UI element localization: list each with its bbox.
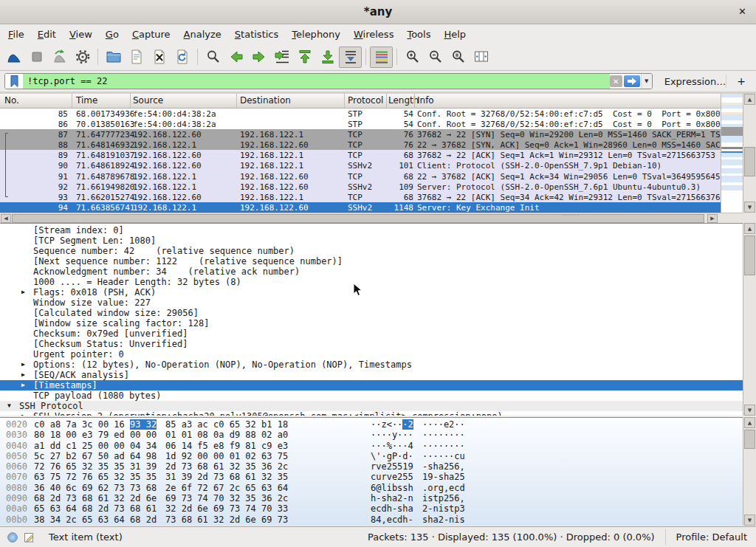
scroll-down-icon[interactable]: ▼ xyxy=(744,405,755,416)
packet-row-93[interactable]: 9371.662015274192.168.122.60192.168.122.… xyxy=(0,192,721,202)
hex-bytes[interactable]: 69 73 74 70 32 35 36 2c xyxy=(165,493,288,503)
details-scrollbar[interactable]: ▲ ▼ xyxy=(743,223,756,416)
packet-row-94[interactable]: 9471.663856741192.168.122.1192.168.122.6… xyxy=(0,202,721,213)
hex-ascii[interactable]: istp256, xyxy=(422,493,465,503)
auto-scroll-button[interactable] xyxy=(339,47,362,68)
capture-options-button[interactable] xyxy=(71,47,94,68)
reload-file-button[interactable] xyxy=(171,47,193,68)
hex-ascii[interactable]: 19-sha25 xyxy=(422,472,465,482)
detail-line[interactable]: Urgent pointer: 0 xyxy=(0,349,756,359)
go-to-packet-button[interactable] xyxy=(270,47,293,68)
packet-list-hscrollbar[interactable]: ◀ ▶ xyxy=(0,213,743,223)
hex-ascii[interactable]: \'·gP·d· xyxy=(371,451,413,461)
menu-telephony[interactable]: Telephony xyxy=(285,27,347,42)
scrollbar-thumb[interactable] xyxy=(744,430,755,449)
minimap[interactable] xyxy=(721,94,743,213)
hex-bytes[interactable]: 73 68 61 32 2d 6e 69 73 xyxy=(165,515,288,525)
expand-arrow-icon[interactable]: ▶ xyxy=(21,380,25,391)
colorize-button[interactable] xyxy=(370,47,393,68)
hex-bytes[interactable]: 38 34 2c 65 63 64 68 2d xyxy=(34,515,157,525)
hex-row-0030[interactable]: 003080 18 00 e3 79 ed 00 0001 01 08 0a d… xyxy=(0,430,756,440)
hex-bytes[interactable]: 68 2d 73 68 61 32 2d 6e xyxy=(34,493,157,503)
column-separator[interactable] xyxy=(236,94,237,108)
hex-ascii[interactable]: ecdh-sha xyxy=(371,503,413,514)
hex-row-0070[interactable]: 007063 75 72 76 65 32 35 3531 39 2d 73 6… xyxy=(0,472,756,482)
hex-bytes[interactable]: 2d 73 68 61 32 35 36 2c xyxy=(165,461,288,472)
hex-row-0050[interactable]: 00505c 27 b2 67 50 ad 64 981d 92 00 00 0… xyxy=(0,451,756,461)
expression-button[interactable]: Expression… xyxy=(664,76,726,87)
hex-ascii[interactable]: ····e2·· xyxy=(422,419,465,430)
packet-row-85[interactable]: 8568.001734936fe:54:00:d4:38:2aSTP54Conf… xyxy=(0,109,721,119)
add-filter-button[interactable]: + xyxy=(726,75,746,88)
collapse-arrow-icon[interactable]: ▼ xyxy=(7,401,11,411)
expand-arrow-icon[interactable]: ▶ xyxy=(21,411,25,416)
packet-row-89[interactable]: 8971.648191037192.168.122.60192.168.122.… xyxy=(0,150,721,160)
scroll-up-icon[interactable]: ▲ xyxy=(744,417,755,428)
scroll-up-icon[interactable]: ▲ xyxy=(744,223,755,234)
menu-file[interactable]: File xyxy=(1,27,31,42)
scroll-left-icon[interactable]: ◀ xyxy=(1,214,11,223)
zoom-original-button[interactable] xyxy=(447,47,470,68)
hex-ascii[interactable]: ········ xyxy=(422,441,465,451)
close-window-icon[interactable]: ✕ xyxy=(738,6,746,17)
save-file-button[interactable] xyxy=(125,47,148,68)
menu-help[interactable]: Help xyxy=(437,27,472,42)
hex-bytes[interactable]: 32 2d 6e 69 73 74 70 33 xyxy=(165,503,288,514)
zoom-in-button[interactable] xyxy=(401,47,424,68)
stop-capture-button[interactable] xyxy=(25,47,48,68)
menu-statistics[interactable]: Statistics xyxy=(228,27,285,42)
column-separator[interactable] xyxy=(344,94,345,108)
column-separator[interactable] xyxy=(386,94,387,108)
go-back-button[interactable] xyxy=(224,47,247,68)
hex-row-00a0[interactable]: 00a065 63 64 68 2d 73 68 6132 2d 6e 69 7… xyxy=(0,503,756,514)
hscrollbar-thumb[interactable] xyxy=(12,214,704,223)
hex-bytes[interactable]: 72 76 65 32 35 35 31 39 xyxy=(34,461,157,472)
detail-line[interactable]: [Stream index: 0] xyxy=(0,225,756,235)
hex-ascii[interactable]: h-sha2-n xyxy=(371,493,413,503)
packet-row-87[interactable]: 8771.647777234192.168.122.60192.168.122.… xyxy=(0,129,721,140)
packet-row-91[interactable]: 9171.648789678192.168.122.1192.168.122.6… xyxy=(0,171,721,182)
zoom-out-button[interactable] xyxy=(424,47,447,68)
detail-line[interactable]: ▶Options: (12 bytes), No-Operation (NOP)… xyxy=(0,359,756,370)
fil ter-text[interactable]: !tcp.port == 22 xyxy=(24,74,610,89)
pane-splitter-handle[interactable]: ······ xyxy=(373,411,390,416)
menu-wireless[interactable]: Wireless xyxy=(347,27,400,42)
expand-arrow-icon[interactable]: ▶ xyxy=(21,370,25,380)
status-profile[interactable]: Profile: Default xyxy=(665,529,756,545)
open-file-button[interactable] xyxy=(102,47,125,68)
scroll-right-icon[interactable]: ▶ xyxy=(707,214,718,223)
detail-line[interactable]: [TCP Segment Len: 1080] xyxy=(0,235,756,246)
packet-list-scrollbar[interactable]: ▲ ▼ xyxy=(743,94,756,213)
packet-row-92[interactable]: 9271.661949820192.168.122.1192.168.122.6… xyxy=(0,182,721,192)
restart-capture-button[interactable] xyxy=(48,47,71,68)
packet-row-88[interactable]: 8871.648146932192.168.122.1192.168.122.6… xyxy=(0,140,721,150)
hex-bytes[interactable]: 01 01 08 0a d9 88 02 a0 xyxy=(165,430,288,440)
hex-ascii[interactable]: ······cu xyxy=(422,451,465,461)
hex-ascii[interactable]: curve255 xyxy=(371,472,413,482)
menu-analyze[interactable]: Analyze xyxy=(177,27,228,42)
hex-bytes[interactable]: 5c 27 b2 67 50 ad 64 98 xyxy=(34,451,157,461)
filter-history-caret-icon[interactable]: ▼ xyxy=(641,74,652,89)
detail-line[interactable]: 1000 .... = Header Length: 32 bytes (8) xyxy=(0,277,756,287)
menu-capture[interactable]: Capture xyxy=(126,27,177,42)
hex-bytes[interactable]: 36 40 6c 69 62 73 73 68 xyxy=(34,483,157,493)
hex-ascii[interactable]: -sha256, xyxy=(422,461,465,472)
hex-ascii[interactable]: sha2-nis xyxy=(422,515,465,525)
expand-arrow-icon[interactable]: ▶ xyxy=(21,359,25,370)
expand-arrow-icon[interactable]: ▶ xyxy=(21,287,25,297)
detail-line[interactable]: ▶[SEQ/ACK analysis] xyxy=(0,370,756,380)
hex-ascii[interactable]: ··z<···2 xyxy=(371,419,413,430)
detail-line[interactable]: [Checksum Status: Unverified] xyxy=(0,339,756,349)
find-packet-button[interactable] xyxy=(202,47,224,68)
column-separator[interactable] xyxy=(130,94,131,108)
menu-view[interactable]: View xyxy=(63,27,99,42)
pane-splitter-handle[interactable]: ······ xyxy=(563,213,580,218)
column-header-time[interactable]: Time xyxy=(76,95,97,106)
hex-row-0060[interactable]: 006072 76 65 32 35 35 31 392d 73 68 61 3… xyxy=(0,461,756,472)
hex-row-0090[interactable]: 009068 2d 73 68 61 32 2d 6e69 73 74 70 3… xyxy=(0,493,756,503)
go-last-packet-button[interactable] xyxy=(316,47,339,68)
hex-bytes[interactable]: 31 39 2d 73 68 61 32 35 xyxy=(165,472,288,482)
hex-bytes[interactable]: 63 75 72 76 65 32 35 35 xyxy=(34,472,157,482)
detail-line[interactable]: ▶[Timestamps] xyxy=(0,380,756,391)
hex-ascii[interactable]: ···%···4 xyxy=(371,441,413,451)
